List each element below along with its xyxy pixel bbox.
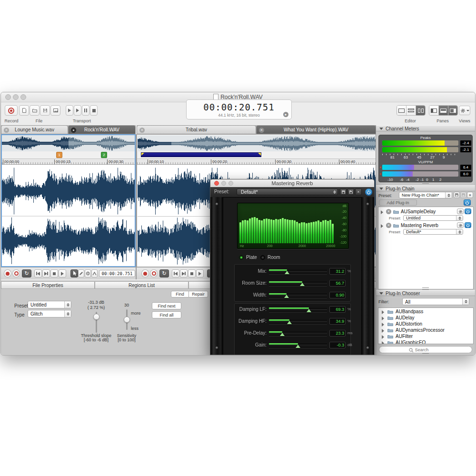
chain-item-name[interactable]: Mastering Reverb — [401, 223, 438, 228]
chain-preset-dropdown[interactable]: New Plug-In Chain* — [399, 192, 452, 198]
stop-button[interactable] — [90, 105, 98, 116]
chooser-item[interactable]: AUDistortion — [396, 321, 422, 327]
loop-button[interactable]: ↻ — [22, 269, 31, 278]
add-plugin-button[interactable]: Add Plug-In — [379, 199, 417, 206]
find-next-button[interactable]: Find next — [152, 302, 181, 309]
plugin-settings-button[interactable] — [457, 222, 464, 228]
item-preset-dropdown[interactable]: Default* — [403, 229, 463, 235]
search-input[interactable] — [414, 347, 445, 353]
repair-mode-button[interactable]: Repair — [189, 291, 208, 298]
go-to-end-button[interactable] — [180, 269, 188, 278]
record-button[interactable] — [5, 105, 18, 116]
right-pane-toggle[interactable] — [448, 106, 457, 115]
record-arm-button[interactable] — [12, 269, 20, 278]
plugin-save-as-preset-button[interactable] — [347, 188, 354, 195]
selection-tool-button[interactable] — [70, 269, 78, 278]
play-button[interactable] — [196, 269, 204, 278]
preset-dropdown[interactable]: Untitled — [28, 301, 71, 308]
save-button[interactable] — [40, 105, 50, 116]
go-to-end-button[interactable] — [42, 269, 50, 278]
plugin-bypass-button[interactable] — [365, 188, 372, 196]
marker-flag-1[interactable]: 1 — [56, 152, 62, 158]
disclosure-triangle-icon[interactable] — [382, 341, 384, 344]
item-preset-dropdown[interactable]: Untitled — [403, 215, 463, 221]
plugin-chooser-header[interactable]: Plug-In Chooser — [376, 290, 475, 296]
plugin-preset-dropdown[interactable]: Default* — [237, 188, 338, 195]
disclosure-triangle-icon[interactable] — [382, 329, 384, 333]
threshold-slider-thumb[interactable] — [93, 314, 99, 320]
play-button[interactable] — [59, 269, 66, 278]
chooser-item[interactable]: AUBandpass — [396, 309, 423, 314]
disclosure-triangle-icon[interactable] — [381, 210, 383, 214]
slider-thumb[interactable] — [285, 271, 289, 274]
marker-tool-button[interactable] — [91, 269, 98, 278]
slider-track[interactable] — [269, 290, 327, 300]
chooser-item[interactable]: AUDynamicsProcessor — [396, 327, 445, 333]
slider-thumb[interactable] — [296, 345, 300, 348]
close-icon[interactable]: × — [259, 128, 264, 133]
plugin-search-field[interactable] — [379, 346, 472, 353]
slider-track[interactable] — [269, 328, 327, 338]
plugin-power-button[interactable] — [465, 208, 471, 214]
slider-thumb[interactable] — [300, 283, 305, 286]
tab-rocknroll[interactable]: Rock'n'Roll.WAV — [68, 125, 136, 134]
right-overview-waveform[interactable] — [138, 135, 376, 152]
export-button[interactable] — [50, 105, 60, 116]
tab-regions-list[interactable]: Regions List — [95, 281, 188, 289]
disclosure-triangle-icon[interactable] — [381, 224, 383, 228]
tab-file-properties[interactable]: File Properties — [1, 281, 95, 289]
slider-track[interactable] — [269, 278, 327, 288]
left-overview-waveform[interactable] — [2, 135, 135, 151]
slider-track[interactable] — [269, 317, 327, 326]
filter-dropdown[interactable]: All — [402, 298, 469, 305]
tab-tribal[interactable]: ×Tribal.wav — [137, 125, 256, 134]
plugin-settings-button[interactable] — [457, 208, 464, 214]
record-arm-button[interactable] — [150, 269, 158, 278]
open-file-button[interactable] — [30, 105, 40, 116]
stop-button[interactable] — [188, 269, 196, 278]
room-radio[interactable] — [260, 255, 265, 260]
find-all-button[interactable]: Find all — [152, 311, 181, 318]
disclosure-triangle-icon[interactable] — [382, 317, 384, 320]
play-from-start-button[interactable] — [66, 105, 73, 116]
editor-divider[interactable] — [136, 134, 137, 279]
selection-region[interactable] — [141, 152, 261, 157]
disclosure-triangle-icon[interactable] — [382, 335, 384, 339]
editor-split-view-button[interactable] — [416, 106, 425, 115]
find-mode-button[interactable]: Find — [171, 291, 189, 298]
chooser-item[interactable]: AUGraphicEQ — [396, 340, 426, 344]
slider-track[interactable] — [269, 340, 327, 350]
slider-thumb[interactable] — [307, 309, 311, 312]
pause-button[interactable] — [82, 105, 89, 116]
slider-thumb[interactable] — [287, 321, 292, 324]
plugin-save-preset-button[interactable] — [340, 188, 347, 195]
tab-what-you-want[interactable]: ×What You Want (HipHop).WAV — [256, 125, 376, 134]
new-file-button[interactable] — [19, 105, 29, 116]
chain-save-as-button[interactable] — [460, 192, 466, 198]
right-ruler[interactable]: 00:00:10 00:00:20 00:00:30 00:00:40 — [137, 159, 376, 165]
chain-item-name[interactable]: AUSampleDelay — [401, 209, 436, 214]
slider-thumb[interactable] — [284, 295, 289, 298]
resize-handle[interactable] — [422, 353, 429, 356]
close-icon[interactable]: × — [4, 128, 9, 133]
chain-save-button[interactable] — [454, 192, 460, 198]
plate-radio[interactable] — [239, 255, 244, 260]
disclosure-triangle-icon[interactable] — [382, 310, 384, 314]
chain-clear-button[interactable]: × — [467, 192, 473, 198]
stop-button[interactable] — [50, 269, 58, 278]
play-button[interactable] — [74, 105, 81, 116]
chain-power-button[interactable] — [464, 199, 471, 206]
go-to-start-button[interactable] — [172, 269, 179, 278]
left-ruler[interactable]: 00:00:00 00:00:15 00:00:30 — [2, 159, 135, 165]
plugin-delete-preset-button[interactable]: × — [355, 188, 362, 195]
sensitivity-slider-thumb[interactable] — [124, 317, 130, 323]
close-icon[interactable]: × — [139, 128, 145, 133]
loop-button[interactable]: ↻ — [159, 269, 169, 278]
plugin-chain-header[interactable]: Plug-In Chain — [376, 185, 475, 191]
go-to-start-button[interactable] — [34, 269, 42, 278]
record-button[interactable] — [141, 269, 149, 278]
editor-single-view-button[interactable] — [397, 106, 407, 115]
left-time-field[interactable]: 00:00:20.751 — [99, 270, 135, 277]
marker-flag-2[interactable]: 2 — [101, 152, 107, 158]
remove-plugin-icon[interactable]: × — [386, 223, 391, 228]
